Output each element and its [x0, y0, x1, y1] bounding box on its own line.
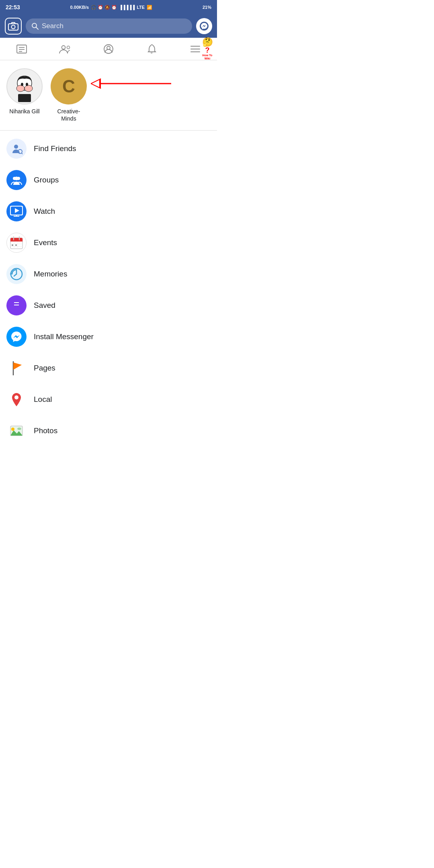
svg-point-9 [62, 45, 66, 49]
svg-point-10 [67, 46, 70, 49]
photos-icon [10, 424, 23, 438]
svg-rect-0 [8, 24, 18, 30]
groups-icon [10, 174, 23, 186]
time: 22:53 [6, 4, 20, 10]
nav-news-feed[interactable] [0, 38, 43, 60]
pages-label: Pages [34, 364, 55, 373]
events-label: Events [34, 238, 57, 247]
svg-point-56 [11, 428, 14, 431]
profile-creative-minds[interactable]: C Creative-Minds [51, 68, 87, 122]
memories-icon [10, 267, 23, 281]
menu-item-watch[interactable]: Watch [0, 196, 217, 227]
watch-icon [10, 205, 23, 217]
divider-1 [0, 130, 217, 131]
menu-list: Find Friends Groups Watch [0, 133, 217, 446]
find-friends-icon [10, 143, 23, 155]
network-status: 0.00KB/s 🎧 ⏰ 🔕 ⏰ ▐▐▐▐▐ LTE 📶 [70, 5, 153, 10]
messenger-button[interactable] [196, 18, 212, 34]
find-friends-icon-wrap [6, 139, 27, 159]
svg-point-1 [12, 25, 15, 29]
find-friends-label: Find Friends [34, 144, 76, 153]
top-bar: Search [0, 14, 217, 38]
profile-niharika[interactable]: Niharika Gill [6, 68, 43, 115]
photos-label: Photos [34, 426, 57, 435]
local-label: Local [34, 395, 52, 404]
groups-icon-wrap [6, 170, 27, 190]
menu-item-find-friends[interactable]: Find Friends [0, 133, 217, 164]
svg-point-47 [15, 244, 17, 246]
events-icon [10, 236, 23, 250]
memories-icon-wrap [6, 264, 27, 284]
svg-point-54 [14, 395, 18, 399]
search-placeholder: Search [42, 22, 63, 30]
menu-item-install-messenger[interactable]: Install Messenger [0, 321, 217, 352]
news-feed-icon [16, 44, 27, 54]
menu-item-memories[interactable]: Memories [0, 258, 217, 290]
svg-point-19 [25, 85, 33, 92]
nav-friends[interactable] [43, 38, 87, 60]
creative-minds-name: Creative-Minds [57, 108, 80, 122]
svg-point-12 [107, 46, 110, 49]
nav-bar: 🤔 ? How ToWiki [0, 38, 217, 60]
camera-button[interactable] [5, 18, 22, 35]
profile-icon [103, 44, 114, 54]
svg-point-20 [21, 83, 23, 86]
menu-item-saved[interactable]: Saved [0, 290, 217, 321]
local-icon [10, 392, 23, 407]
svg-line-3 [36, 27, 39, 30]
saved-label: Saved [34, 301, 55, 310]
local-icon-wrap [6, 389, 27, 409]
svg-line-28 [22, 153, 23, 154]
camera-icon [8, 22, 18, 31]
saved-icon [11, 299, 22, 312]
groups-label: Groups [34, 176, 59, 184]
svg-point-57 [17, 428, 21, 430]
svg-marker-25 [91, 79, 101, 88]
install-messenger-icon-wrap [6, 327, 27, 347]
pages-icon [10, 361, 23, 375]
how-to-label: How ToWiki [203, 54, 213, 60]
creative-minds-container: C Creative-Minds [51, 68, 171, 122]
menu-item-events[interactable]: Events [0, 227, 217, 258]
status-bar: 22:53 0.00KB/s 🎧 ⏰ 🔕 ⏰ ▐▐▐▐▐ LTE 📶 21% [0, 0, 217, 14]
search-icon [31, 23, 39, 30]
nav-menu[interactable]: 🤔 ? How ToWiki [174, 38, 217, 60]
nav-profile[interactable] [87, 38, 130, 60]
svg-rect-5 [17, 45, 27, 53]
memories-label: Memories [34, 270, 67, 278]
watch-icon-wrap [6, 201, 27, 221]
svg-point-26 [14, 145, 18, 149]
nav-notifications[interactable] [130, 38, 174, 60]
svg-rect-22 [18, 94, 31, 102]
events-icon-wrap [6, 233, 27, 253]
niharika-avatar [6, 68, 43, 104]
profile-section: Niharika Gill C Creative-Minds [0, 60, 217, 128]
install-messenger-label: Install Messenger [34, 332, 94, 341]
niharika-name: Niharika Gill [9, 108, 39, 115]
friends-icon [59, 44, 72, 54]
notifications-icon [147, 44, 157, 54]
svg-rect-39 [10, 240, 23, 242]
menu-icon [190, 45, 201, 53]
messenger-icon [200, 22, 209, 31]
battery-status: 21% [203, 5, 211, 10]
svg-point-18 [16, 85, 25, 92]
menu-item-pages[interactable]: Pages [0, 352, 217, 384]
watch-label: Watch [34, 207, 55, 216]
install-messenger-icon [10, 330, 23, 343]
photos-icon-wrap [6, 421, 27, 441]
menu-item-photos[interactable]: Photos [0, 415, 217, 446]
pages-icon-wrap [6, 358, 27, 378]
creative-minds-avatar: C [51, 68, 87, 104]
svg-point-21 [26, 83, 28, 86]
svg-point-46 [12, 244, 13, 246]
menu-item-groups[interactable]: Groups [0, 164, 217, 196]
red-arrow [91, 76, 171, 93]
menu-item-local[interactable]: Local [0, 384, 217, 415]
how-to-badge: 🤔 ? How ToWiki [198, 38, 217, 60]
search-bar[interactable]: Search [26, 18, 192, 34]
saved-icon-wrap [6, 295, 27, 315]
svg-point-31 [15, 177, 18, 180]
